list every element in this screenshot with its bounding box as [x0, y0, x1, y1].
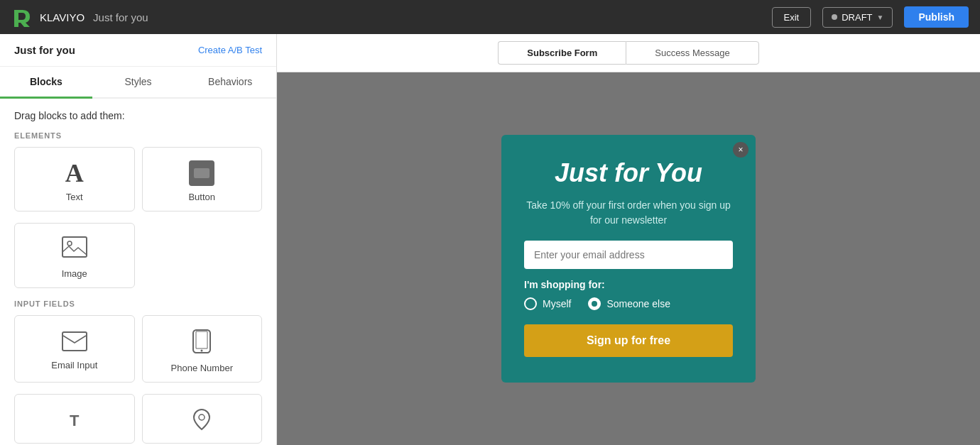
text-input-icon: T	[70, 412, 79, 430]
exit-button[interactable]: Exit	[772, 7, 812, 28]
modal-shopping-label: I'm shopping for:	[524, 279, 733, 290]
draft-button[interactable]: DRAFT ▼	[822, 7, 893, 28]
block-image[interactable]: Image	[14, 223, 135, 288]
image-icon	[62, 236, 87, 263]
canvas-toolbar: Subscribe Form Success Message	[277, 34, 980, 72]
radio-myself-label: Myself	[543, 298, 571, 309]
create-ab-link[interactable]: Create A/B Test	[198, 45, 262, 55]
radio-someone-else-circle	[588, 297, 601, 310]
elements-grid: A Text Button	[14, 147, 262, 211]
radio-someone-else-label: Someone else	[606, 298, 670, 309]
svg-point-1	[67, 241, 72, 246]
tab-blocks[interactable]: Blocks	[0, 67, 92, 99]
publish-button[interactable]: Publish	[904, 6, 969, 28]
radio-someone-else[interactable]: Someone else	[588, 297, 670, 310]
sidebar-wrapper: Just for you Create A/B Test Blocks Styl…	[0, 34, 277, 445]
button-icon	[189, 160, 214, 186]
block-text[interactable]: A Text	[14, 147, 135, 211]
sidebar: Just for you Create A/B Test Blocks Styl…	[0, 34, 277, 445]
phone-icon	[192, 329, 212, 357]
tab-styles[interactable]: Styles	[92, 67, 185, 99]
radio-myself-circle	[524, 297, 537, 310]
block-email-label: Email Input	[51, 360, 97, 370]
modal-close-button[interactable]: ×	[733, 142, 748, 158]
block-email-input[interactable]: Email Input	[14, 315, 135, 383]
canvas: Subscribe Form Success Message × Just fo…	[277, 34, 980, 445]
sidebar-header: Just for you Create A/B Test	[0, 34, 276, 67]
blocks-instruction: Drag blocks to add them:	[14, 110, 262, 121]
block-text-label: Text	[66, 192, 83, 202]
canvas-area: × Just for You Take 10% off your first o…	[277, 72, 980, 445]
block-image-label: Image	[62, 268, 87, 279]
tab-behaviors[interactable]: Behaviors	[184, 67, 276, 99]
block-phone-label: Phone Number	[171, 363, 233, 373]
draft-label: DRAFT	[842, 12, 872, 23]
form-title-nav: Just for you	[93, 11, 148, 23]
tab-success-message[interactable]: Success Message	[626, 41, 759, 65]
block-button-label: Button	[188, 192, 215, 202]
app-name: KLAVIYO	[40, 11, 85, 23]
location-icon	[192, 408, 212, 434]
image-grid: Image	[14, 223, 262, 288]
svg-point-4	[199, 414, 205, 420]
blocks-content: Drag blocks to add them: ELEMENTS A Text…	[0, 99, 276, 445]
radio-myself[interactable]: Myself	[524, 297, 571, 310]
modal-title: Just for You	[524, 158, 733, 188]
block-extra-1[interactable]: T	[14, 394, 135, 444]
extra-blocks-grid: T	[14, 394, 262, 444]
input-fields-label: INPUT FIELDS	[14, 300, 262, 308]
block-extra-2[interactable]	[142, 394, 263, 444]
svg-rect-0	[62, 237, 87, 257]
modal-cta-button[interactable]: Sign up for free	[524, 324, 733, 357]
modal-radio-group: Myself Someone else	[524, 297, 733, 310]
svg-rect-2	[62, 332, 87, 351]
tab-subscribe-form[interactable]: Subscribe Form	[498, 41, 626, 65]
sidebar-form-title: Just for you	[14, 44, 75, 56]
radio-inner-dot	[592, 301, 597, 307]
sidebar-tabs: Blocks Styles Behaviors	[0, 67, 276, 99]
elements-label: ELEMENTS	[14, 131, 262, 140]
top-nav: KLAVIYO Just for you Exit DRAFT ▼ Publis…	[0, 0, 980, 34]
klaviyo-logo	[11, 6, 34, 28]
draft-status-dot	[832, 14, 837, 20]
chevron-down-icon: ▼	[877, 13, 884, 21]
block-phone-number[interactable]: Phone Number	[142, 315, 263, 383]
text-icon: A	[65, 160, 84, 186]
svg-point-3	[201, 350, 203, 352]
modal-email-input[interactable]	[524, 241, 733, 269]
main-layout: Just for you Create A/B Test Blocks Styl…	[0, 34, 980, 445]
logo-area: KLAVIYO Just for you	[11, 6, 148, 28]
modal-overlay: × Just for You Take 10% off your first o…	[501, 135, 756, 383]
block-button[interactable]: Button	[142, 147, 263, 211]
email-icon	[62, 331, 87, 354]
modal-subtitle: Take 10% off your first order when you s…	[524, 198, 733, 228]
input-fields-grid: Email Input Phone Number	[14, 315, 262, 383]
signup-modal: × Just for You Take 10% off your first o…	[501, 135, 756, 383]
